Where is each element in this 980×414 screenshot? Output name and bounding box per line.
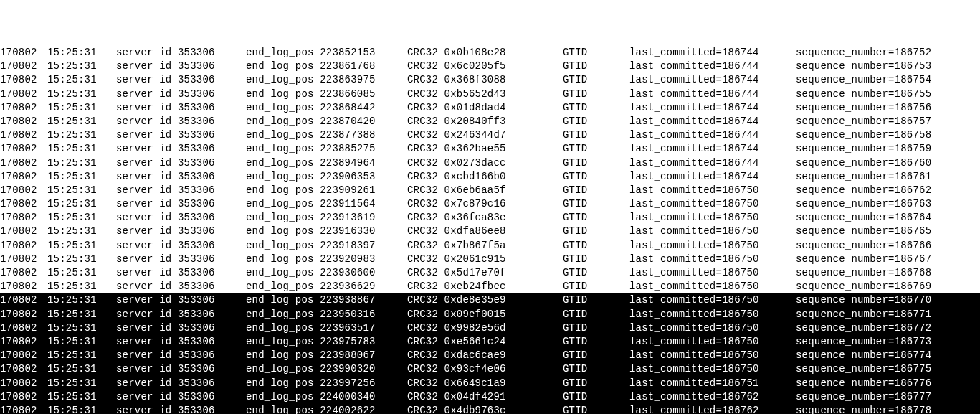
- log-server-id: server id 353306: [116, 390, 246, 404]
- log-line[interactable]: 17080215:25:31server id 353306end_log_po…: [0, 101, 980, 115]
- log-date: 170802: [0, 197, 47, 211]
- log-line[interactable]: 17080215:25:31server id 353306end_log_po…: [0, 362, 980, 376]
- log-end-log-pos: end_log_pos 223963517: [246, 321, 407, 335]
- log-line[interactable]: 17080215:25:31server id 353306end_log_po…: [0, 211, 980, 225]
- log-end-log-pos: end_log_pos 223863975: [246, 73, 407, 87]
- log-line[interactable]: 17080215:25:31server id 353306end_log_po…: [0, 88, 980, 101]
- log-end-log-pos: end_log_pos 223975783: [246, 335, 407, 349]
- log-date: 170802: [0, 349, 47, 362]
- log-sequence-number: sequence_number=186764: [796, 211, 931, 225]
- log-line[interactable]: 17080215:25:31server id 353306end_log_po…: [0, 335, 980, 349]
- log-line[interactable]: 17080215:25:31server id 353306end_log_po…: [0, 115, 980, 128]
- log-output[interactable]: 17080215:25:31server id 353306end_log_po…: [0, 46, 980, 414]
- log-last-committed: last_committed=186744: [629, 128, 796, 142]
- log-server-id: server id 353306: [116, 88, 246, 101]
- log-gtid: GTID: [563, 46, 629, 60]
- log-gtid: GTID: [563, 308, 629, 321]
- log-crc32: CRC32 0x5d17e70f: [407, 266, 563, 280]
- log-line[interactable]: 17080215:25:31server id 353306end_log_po…: [0, 73, 980, 87]
- log-date: 170802: [0, 308, 47, 321]
- log-end-log-pos: end_log_pos 223997256: [246, 377, 407, 390]
- log-line[interactable]: 17080215:25:31server id 353306end_log_po…: [0, 239, 980, 253]
- log-line[interactable]: 17080215:25:31server id 353306end_log_po…: [0, 377, 980, 390]
- log-line[interactable]: 17080215:25:31server id 353306end_log_po…: [0, 390, 980, 404]
- log-gtid: GTID: [563, 404, 629, 414]
- log-sequence-number: sequence_number=186778: [796, 404, 931, 414]
- log-line[interactable]: 17080215:25:31server id 353306end_log_po…: [0, 321, 980, 335]
- log-date: 170802: [0, 46, 47, 60]
- log-sequence-number: sequence_number=186763: [796, 197, 931, 211]
- log-server-id: server id 353306: [116, 142, 246, 156]
- log-server-id: server id 353306: [116, 349, 246, 362]
- log-line[interactable]: 17080215:25:31server id 353306end_log_po…: [0, 46, 980, 60]
- log-sequence-number: sequence_number=186755: [796, 88, 931, 101]
- log-date: 170802: [0, 335, 47, 349]
- log-crc32: CRC32 0xe5661c24: [407, 335, 563, 349]
- log-sequence-number: sequence_number=186766: [796, 239, 931, 253]
- log-server-id: server id 353306: [116, 321, 246, 335]
- log-sequence-number: sequence_number=186772: [796, 321, 931, 335]
- log-server-id: server id 353306: [116, 239, 246, 253]
- log-last-committed: last_committed=186762: [629, 404, 796, 414]
- log-line[interactable]: 17080215:25:31server id 353306end_log_po…: [0, 404, 980, 414]
- log-line[interactable]: 17080215:25:31server id 353306end_log_po…: [0, 184, 980, 197]
- log-line[interactable]: 17080215:25:31server id 353306end_log_po…: [0, 197, 980, 211]
- log-line[interactable]: 17080215:25:31server id 353306end_log_po…: [0, 293, 980, 307]
- log-line[interactable]: 17080215:25:31server id 353306end_log_po…: [0, 280, 980, 293]
- log-last-committed: last_committed=186750: [629, 280, 796, 293]
- log-crc32: CRC32 0xeb24fbec: [407, 280, 563, 293]
- log-end-log-pos: end_log_pos 223936629: [246, 280, 407, 293]
- log-last-committed: last_committed=186750: [629, 349, 796, 362]
- log-last-committed: last_committed=186750: [629, 184, 796, 197]
- log-line[interactable]: 17080215:25:31server id 353306end_log_po…: [0, 225, 980, 238]
- log-gtid: GTID: [563, 335, 629, 349]
- log-sequence-number: sequence_number=186760: [796, 156, 931, 170]
- log-end-log-pos: end_log_pos 223877388: [246, 128, 407, 142]
- log-sequence-number: sequence_number=186758: [796, 128, 931, 142]
- log-line[interactable]: 17080215:25:31server id 353306end_log_po…: [0, 128, 980, 142]
- log-time: 15:25:31: [47, 142, 116, 156]
- log-end-log-pos: end_log_pos 223918397: [246, 239, 407, 253]
- log-gtid: GTID: [563, 211, 629, 225]
- log-crc32: CRC32 0x246344d7: [407, 128, 563, 142]
- log-sequence-number: sequence_number=186759: [796, 142, 931, 156]
- log-time: 15:25:31: [47, 88, 116, 101]
- log-line[interactable]: 17080215:25:31server id 353306end_log_po…: [0, 170, 980, 184]
- log-last-committed: last_committed=186744: [629, 115, 796, 128]
- log-line[interactable]: 17080215:25:31server id 353306end_log_po…: [0, 60, 980, 73]
- log-server-id: server id 353306: [116, 60, 246, 73]
- log-line[interactable]: 17080215:25:31server id 353306end_log_po…: [0, 156, 980, 170]
- log-time: 15:25:31: [47, 73, 116, 87]
- log-line[interactable]: 17080215:25:31server id 353306end_log_po…: [0, 349, 980, 362]
- log-server-id: server id 353306: [116, 101, 246, 115]
- log-crc32: CRC32 0x7c879c16: [407, 197, 563, 211]
- log-date: 170802: [0, 156, 47, 170]
- log-line[interactable]: 17080215:25:31server id 353306end_log_po…: [0, 266, 980, 280]
- log-end-log-pos: end_log_pos 223906353: [246, 170, 407, 184]
- log-crc32: CRC32 0xb5652d43: [407, 88, 563, 101]
- log-sequence-number: sequence_number=186757: [796, 115, 931, 128]
- log-server-id: server id 353306: [116, 280, 246, 293]
- log-gtid: GTID: [563, 115, 629, 128]
- log-server-id: server id 353306: [116, 197, 246, 211]
- log-server-id: server id 353306: [116, 253, 246, 266]
- log-date: 170802: [0, 128, 47, 142]
- log-time: 15:25:31: [47, 46, 116, 60]
- log-date: 170802: [0, 73, 47, 87]
- log-end-log-pos: end_log_pos 223911564: [246, 197, 407, 211]
- log-date: 170802: [0, 115, 47, 128]
- log-line[interactable]: 17080215:25:31server id 353306end_log_po…: [0, 142, 980, 156]
- log-last-committed: last_committed=186750: [629, 239, 796, 253]
- log-line[interactable]: 17080215:25:31server id 353306end_log_po…: [0, 253, 980, 266]
- log-crc32: CRC32 0x0b108e28: [407, 46, 563, 60]
- log-line[interactable]: 17080215:25:31server id 353306end_log_po…: [0, 308, 980, 321]
- log-date: 170802: [0, 211, 47, 225]
- log-server-id: server id 353306: [116, 184, 246, 197]
- log-date: 170802: [0, 280, 47, 293]
- log-last-committed: last_committed=186744: [629, 73, 796, 87]
- log-server-id: server id 353306: [116, 404, 246, 414]
- log-sequence-number: sequence_number=186762: [796, 184, 931, 197]
- log-crc32: CRC32 0x0273dacc: [407, 156, 563, 170]
- log-crc32: CRC32 0x9982e56d: [407, 321, 563, 335]
- log-gtid: GTID: [563, 239, 629, 253]
